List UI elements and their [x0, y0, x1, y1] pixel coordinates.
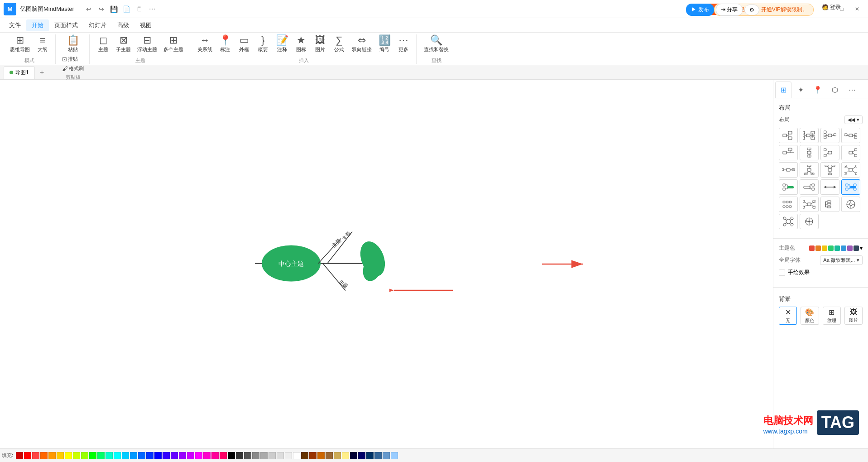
color-swatch-blue[interactable] — [841, 245, 846, 251]
bottom-color-37[interactable] — [309, 452, 317, 459]
summary-button[interactable]: } 概要 — [254, 34, 272, 54]
bottom-color-40[interactable] — [334, 452, 341, 459]
bottom-color-33[interactable] — [277, 452, 284, 459]
bottom-color-11[interactable] — [97, 452, 105, 459]
share-button[interactable]: ⇥ 分享 — [716, 4, 743, 16]
layout-btn-19[interactable] — [820, 197, 839, 212]
panel-tab-layout[interactable]: ⊞ — [775, 82, 791, 98]
global-font-select[interactable]: Aa 微软雅黑... ▾ — [820, 255, 863, 265]
bg-texture-button[interactable]: ⊞ 纹理 — [823, 307, 841, 325]
paste-button[interactable]: 📋 粘贴 — [64, 34, 82, 54]
bottom-color-39[interactable] — [326, 452, 333, 459]
multi-topic-button[interactable]: ⊞ 多个主题 — [161, 34, 186, 54]
bottom-color-23[interactable] — [195, 452, 202, 459]
bottom-color-6[interactable] — [57, 452, 64, 459]
bottom-color-14[interactable] — [122, 452, 129, 459]
marker-button[interactable]: 📍 标注 — [216, 34, 234, 54]
bottom-color-12[interactable] — [106, 452, 113, 459]
float-topic-button[interactable]: ⊟ 浮动主题 — [134, 34, 160, 54]
restore-button[interactable]: □ — [834, 2, 849, 16]
bottom-color-29[interactable] — [244, 452, 251, 459]
tab-map1[interactable]: 导图1 — [4, 66, 35, 79]
layout-btn-8[interactable] — [841, 145, 860, 160]
layout-btn-21[interactable] — [779, 214, 798, 229]
color-swatch-teal[interactable] — [834, 245, 840, 251]
bottom-color-5[interactable] — [48, 452, 56, 459]
numbering-button[interactable]: 🔢 编号 — [375, 34, 393, 54]
bottom-color-36[interactable] — [301, 452, 308, 459]
layout-btn-16[interactable] — [841, 179, 860, 195]
bottom-color-19[interactable] — [163, 452, 170, 459]
format-brush-button[interactable]: 🖌 格式刷 — [60, 64, 86, 73]
bottom-color-41[interactable] — [342, 452, 349, 459]
handwrite-checkbox[interactable] — [779, 270, 785, 276]
color-swatch-purple[interactable] — [847, 245, 853, 251]
bottom-color-8[interactable] — [73, 452, 80, 459]
layout-select[interactable]: ◀◀ ▾ — [844, 116, 863, 124]
bottom-color-31[interactable] — [260, 452, 268, 459]
bottom-color-21[interactable] — [179, 452, 186, 459]
bottom-color-20[interactable] — [171, 452, 178, 459]
redo-button[interactable]: ↪ — [96, 4, 107, 14]
page-button[interactable]: 🗒 — [134, 4, 145, 14]
bottom-color-47[interactable] — [391, 452, 398, 459]
layout-btn-2[interactable] — [800, 128, 819, 143]
bottom-color-30[interactable] — [252, 452, 259, 459]
menu-file[interactable]: 文件 — [4, 19, 26, 31]
bottom-color-9[interactable] — [81, 452, 88, 459]
bottom-color-3[interactable] — [32, 452, 39, 459]
bg-color-button[interactable]: 🎨 颜色 — [801, 307, 819, 325]
formula-button[interactable]: ∑ 公式 — [330, 34, 348, 54]
layout-btn-1[interactable] — [779, 128, 798, 143]
panel-tab-style[interactable]: ✦ — [792, 82, 809, 98]
layout-btn-5[interactable] — [779, 145, 798, 160]
bottom-color-4[interactable] — [40, 452, 48, 459]
panel-tab-more[interactable]: ⋯ — [844, 82, 860, 98]
more-insert-button[interactable]: ⋯ 更多 — [394, 34, 412, 54]
color-swatch-green[interactable] — [828, 245, 834, 251]
note-button[interactable]: 📝 注释 — [273, 34, 291, 54]
bottom-color-44[interactable] — [366, 452, 374, 459]
find-replace-button[interactable]: 🔍 查找和替换 — [421, 34, 451, 54]
layout-btn-17[interactable] — [779, 197, 798, 212]
icon-insert-button[interactable]: ★ 图标 — [292, 34, 310, 54]
publish-button[interactable]: ▶ 发布 — [686, 4, 714, 16]
theme-color-bar[interactable]: ▾ — [809, 245, 863, 251]
layout-btn-12[interactable] — [841, 162, 860, 178]
bottom-color-2[interactable] — [24, 452, 31, 459]
color-swatch-dark[interactable] — [854, 245, 859, 251]
bg-none-button[interactable]: ✕ 无 — [779, 307, 797, 325]
menu-slideshow[interactable]: 幻灯片 — [83, 19, 112, 31]
bottom-color-35[interactable] — [293, 452, 300, 459]
layout-btn-13[interactable] — [779, 179, 798, 195]
layout-btn-22[interactable] — [800, 214, 819, 229]
bottom-color-13[interactable] — [114, 452, 121, 459]
bottom-color-45[interactable] — [374, 452, 382, 459]
bottom-color-25[interactable] — [211, 452, 219, 459]
bottom-color-1[interactable] — [16, 452, 23, 459]
more-button[interactable]: ⋯ — [147, 4, 158, 14]
theme-color-arrow[interactable]: ▾ — [860, 245, 863, 251]
bottom-color-16[interactable] — [138, 452, 145, 459]
layout-btn-14[interactable] — [800, 179, 819, 195]
panel-tab-location[interactable]: 📍 — [810, 82, 826, 98]
bg-image-button[interactable]: 🖼 图片 — [844, 307, 863, 325]
bottom-color-17[interactable] — [146, 452, 153, 459]
relation-button[interactable]: ↔ 关系线 — [195, 34, 215, 54]
frame-button[interactable]: ▭ 外框 — [235, 34, 253, 54]
panel-tab-outline[interactable]: ⬡ — [827, 82, 843, 98]
template-button[interactable]: 📄 — [121, 4, 132, 14]
bottom-color-22[interactable] — [187, 452, 194, 459]
layout-btn-18[interactable] — [800, 197, 819, 212]
canvas[interactable]: 中心主题 主题 主题 主题 — [0, 80, 773, 448]
layout-btn-7[interactable] — [820, 145, 839, 160]
bottom-color-38[interactable] — [317, 452, 325, 459]
outline-mode-button[interactable]: ≡ 大纲 — [34, 34, 52, 54]
undo-button[interactable]: ↩ — [83, 4, 94, 14]
bottom-color-32[interactable] — [269, 452, 276, 459]
bottom-color-24[interactable] — [203, 452, 211, 459]
layout-btn-11[interactable] — [820, 162, 839, 178]
bottom-color-7[interactable] — [65, 452, 72, 459]
layout-btn-6[interactable] — [800, 145, 819, 160]
menu-view[interactable]: 视图 — [134, 19, 157, 31]
